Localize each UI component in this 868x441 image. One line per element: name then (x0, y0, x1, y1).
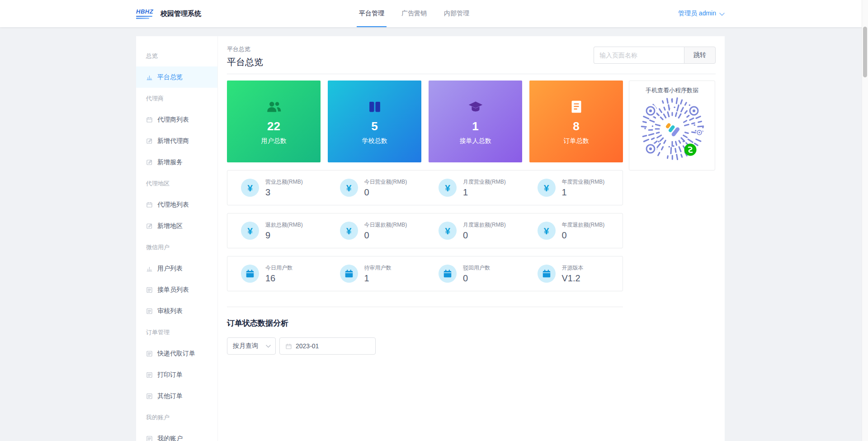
qr-code (629, 93, 715, 169)
revenue-stats-row: ¥营业总额(RMB)3¥今日营业额(RMB)0¥月度营业额(RMB)1¥年度营业… (227, 170, 623, 205)
users-icon (265, 98, 283, 115)
sidebar-item-label: 代理商列表 (157, 116, 189, 124)
sidebar-item-label: 新增代理商 (157, 137, 189, 145)
scrollbar-thumb[interactable] (863, 27, 867, 77)
stat-value: 0 (364, 230, 407, 241)
summary-cards: 22 用户总数 5 学校总数 1 接单人总数 (227, 81, 623, 162)
calendar-icon (146, 116, 153, 123)
page-header: 平台总览 平台总览 跳转 (227, 45, 716, 74)
content-area: 平台总览 平台总览 跳转 22 用户总数 5 (218, 36, 725, 441)
stat-label: 今日用户数 (265, 264, 292, 272)
search-input[interactable] (594, 47, 684, 64)
date-picker-input[interactable]: 2023-01 (279, 337, 376, 355)
sidebar-item[interactable]: 接单员列表 (136, 279, 217, 300)
nav-tab-platform[interactable]: 平台管理 (350, 0, 393, 27)
sidebar-item-label: 我的账户 (157, 435, 183, 441)
sidebar-item[interactable]: 代理地列表 (136, 194, 217, 215)
select-value: 按月查询 (233, 342, 258, 350)
stat-value: 1 (562, 187, 605, 198)
user-menu[interactable]: 管理员 admin (678, 9, 725, 18)
card-value: 1 (472, 119, 478, 133)
stat-cell: ¥月度营业额(RMB)1 (425, 178, 524, 198)
stat-cell: ¥营业总额(RMB)3 (227, 178, 326, 198)
page-title: 平台总览 (227, 56, 263, 68)
nav-tab-internal[interactable]: 内部管理 (435, 0, 478, 27)
stat-label: 月度退款额(RMB) (463, 221, 506, 229)
stat-value: 16 (265, 273, 292, 284)
nav-tab-advertising[interactable]: 广告营销 (393, 0, 435, 27)
stat-label: 年度退款额(RMB) (562, 221, 605, 229)
card-value: 22 (267, 119, 280, 133)
month-query-select[interactable]: 按月查询 (227, 337, 276, 355)
jump-button[interactable]: 跳转 (684, 47, 716, 64)
app-logo: HBHZ 校园管理系统 (136, 9, 201, 19)
sidebar-item[interactable]: 快递代取订单 (136, 343, 217, 364)
stat-cell: ¥年度营业额(RMB)1 (524, 178, 623, 198)
sidebar-item[interactable]: 平台总览 (136, 66, 217, 88)
sidebar-item[interactable]: 新增地区 (136, 215, 217, 237)
sidebar-item-label: 打印订单 (157, 371, 183, 379)
calendar-icon (285, 343, 292, 350)
page-search: 跳转 (594, 47, 716, 64)
logo-text: HBHZ (136, 9, 153, 15)
graduation-icon (467, 98, 484, 115)
sidebar-item[interactable]: 新增服务 (136, 152, 217, 173)
yen-icon: ¥ (439, 222, 457, 240)
sidebar-item[interactable]: 用户列表 (136, 258, 217, 279)
stat-value: 1 (463, 187, 506, 198)
mini-program-qr-panel: 手机查看小程序数据 (629, 81, 715, 171)
yen-icon: ¥ (439, 179, 457, 197)
book-icon (366, 98, 383, 115)
user-label: 管理员 admin (678, 9, 716, 18)
document-icon (568, 98, 585, 115)
sidebar-menu: 总览平台总览代理商代理商列表新增代理商新增服务代理地区代理地列表新增地区微信用户… (136, 36, 218, 441)
refund-stats-row: ¥退款总额(RMB)9¥今日退款额(RMB)0¥月度退款额(RMB)0¥年度退款… (227, 213, 623, 248)
sidebar-group-title: 代理地区 (136, 173, 217, 194)
list-icon (146, 393, 153, 399)
stat-value: 0 (364, 187, 407, 198)
sidebar-item[interactable]: 打印订单 (136, 364, 217, 385)
sidebar-item[interactable]: 审核列表 (136, 300, 217, 322)
sidebar-item[interactable]: 我的账户 (136, 428, 217, 441)
summary-card: 1 接单人总数 (429, 81, 522, 162)
sidebar-item[interactable]: 其他订单 (136, 385, 217, 407)
summary-card: 5 学校总数 (328, 81, 421, 162)
stat-cell: 今日用户数16 (227, 264, 326, 284)
yen-icon: ¥ (538, 179, 556, 197)
sidebar-group-title: 我的账户 (136, 407, 217, 428)
stat-label: 开源版本 (562, 264, 584, 272)
list-icon (146, 308, 153, 314)
list-icon (146, 286, 153, 293)
sidebar-item-label: 新增地区 (157, 222, 183, 230)
sidebar-item-label: 审核列表 (157, 307, 183, 315)
stat-label: 营业总额(RMB) (265, 178, 303, 186)
chart-icon (146, 74, 153, 81)
card-label: 学校总数 (362, 137, 387, 145)
stat-label: 待审用户数 (364, 264, 392, 272)
chevron-down-icon (719, 13, 725, 16)
card-label: 用户总数 (261, 137, 287, 145)
yen-icon: ¥ (340, 222, 358, 240)
scrollbar[interactable] (862, 0, 868, 441)
card-value: 8 (573, 119, 579, 133)
stat-value: 0 (463, 230, 506, 241)
stat-value: 9 (265, 230, 303, 241)
sidebar-item[interactable]: 新增代理商 (136, 130, 217, 152)
chart-icon (146, 265, 153, 272)
edit-icon (146, 159, 153, 166)
stat-value: 0 (463, 273, 490, 284)
sidebar-item-label: 新增服务 (157, 158, 183, 166)
stat-cell: ¥退款总额(RMB)9 (227, 221, 326, 241)
sidebar-item[interactable]: 代理商列表 (136, 109, 217, 130)
summary-card: 8 订单总数 (529, 81, 623, 162)
card-value: 5 (371, 119, 377, 133)
calendar-solid-icon (439, 265, 457, 283)
breadcrumb: 平台总览 (227, 45, 263, 53)
summary-card: 22 用户总数 (227, 81, 321, 162)
logo-icon: HBHZ (136, 9, 153, 19)
stat-value: 3 (265, 187, 303, 198)
edit-icon (146, 138, 153, 144)
stat-value: V1.2 (562, 273, 584, 284)
section-divider (227, 307, 623, 307)
stat-cell: ¥今日退款额(RMB)0 (326, 221, 425, 241)
